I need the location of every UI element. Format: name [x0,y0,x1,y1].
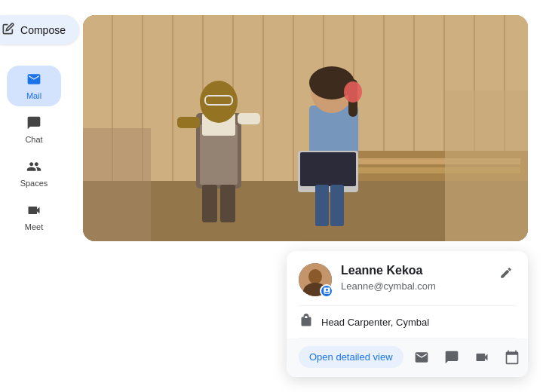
svg-point-30 [308,269,322,284]
open-detail-button[interactable]: Open detailed view [299,346,403,368]
main-content: Leanne Kekoa Leanne@cymbal.com Head Carp… [68,0,543,392]
start-chat-button[interactable] [443,348,461,366]
meet-icon [26,203,41,220]
card-job-detail: Head Carpenter, Cymbal [287,306,528,338]
chat-icon [26,115,41,133]
action-icons [413,348,521,366]
start-video-button[interactable] [473,348,491,366]
sidebar-item-mail-label: Mail [26,91,41,100]
sidebar-item-mail[interactable]: Mail [7,66,61,106]
sidebar: Compose Mail Chat [0,0,68,392]
send-email-button[interactable] [413,348,431,366]
pencil-icon [2,23,14,37]
spaces-icon [26,159,41,176]
card-actions: Open detailed view [287,338,528,377]
sidebar-item-chat[interactable]: Chat [7,109,61,150]
compose-label: Compose [20,24,66,36]
card-header: Leanne Kekoa Leanne@cymbal.com [287,251,528,305]
nav-items: Mail Chat Spaces [0,66,68,237]
sidebar-item-spaces-label: Spaces [20,179,48,188]
contact-title: Head Carpenter, Cymbal [321,317,429,328]
sidebar-item-chat-label: Chat [25,135,42,144]
contact-card: Leanne Kekoa Leanne@cymbal.com Head Carp… [287,251,528,377]
svg-rect-28 [83,15,528,241]
work-icon [299,314,312,330]
contact-email: Leanne@cymbal.com [341,280,487,292]
google-workspace-badge [320,284,333,298]
card-info: Leanne Kekoa Leanne@cymbal.com [341,263,487,292]
avatar-container [299,263,332,296]
edit-contact-button[interactable] [496,263,516,283]
sidebar-item-meet[interactable]: Meet [7,197,61,237]
sidebar-item-spaces[interactable]: Spaces [7,153,61,194]
compose-button[interactable]: Compose [0,15,79,44]
contact-name: Leanne Kekoa [341,263,487,279]
open-calendar-button[interactable] [503,348,521,366]
mail-icon [26,72,41,89]
sidebar-item-meet-label: Meet [25,222,43,231]
workspace-icon [323,286,331,296]
workshop-photo [83,15,528,241]
